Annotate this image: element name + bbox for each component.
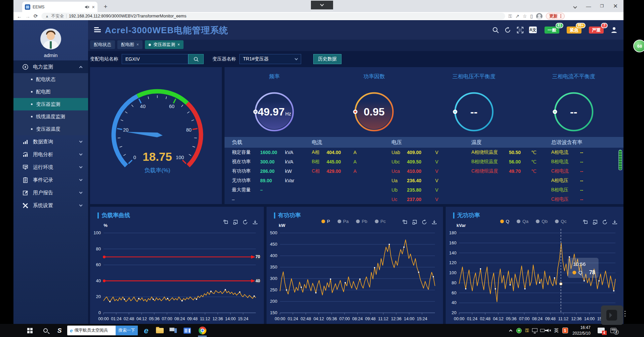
- refresh-icon[interactable]: [422, 220, 427, 225]
- app-with-badge-icon[interactable]: 4: [596, 324, 606, 337]
- sidebar-subitem-0-1[interactable]: 配电图: [13, 86, 88, 98]
- bookmark-star-icon[interactable]: ☆: [523, 13, 527, 19]
- tab-close-icon[interactable]: ×: [92, 4, 95, 9]
- user-icon[interactable]: [611, 27, 617, 33]
- zoom-restore-icon[interactable]: [583, 220, 588, 225]
- assistant-icon[interactable]: S: [54, 324, 65, 337]
- sidebar-subitem-0-0[interactable]: 配电状态: [13, 73, 88, 86]
- tray-expand-icon[interactable]: [507, 324, 514, 337]
- omnibox[interactable]: ▲ 不安全 192.168.204.112:8090/3000WEBV2/Tra…: [41, 13, 505, 19]
- table-scrollbar[interactable]: [618, 148, 622, 202]
- legend-item-Pc[interactable]: Pc: [375, 219, 386, 224]
- forward-icon[interactable]: →: [25, 13, 30, 19]
- mini-player-menu-icon[interactable]: [625, 309, 626, 318]
- sidebar-item-4[interactable]: 事件记录: [13, 174, 88, 186]
- refresh-icon[interactable]: [602, 220, 608, 225]
- legend-item-Q[interactable]: Q: [500, 219, 510, 224]
- refresh-icon[interactable]: [505, 27, 511, 33]
- notification-center-icon[interactable]: 2: [608, 324, 619, 337]
- tab-search-chevron[interactable]: [568, 3, 582, 9]
- download-icon[interactable]: [432, 220, 437, 225]
- recording-overlay-chevron[interactable]: [311, 1, 333, 9]
- sidebar-item-6[interactable]: 系统设置: [13, 199, 88, 212]
- side-panel-icon[interactable]: ▯: [530, 13, 533, 19]
- close-icon[interactable]: ×: [177, 42, 180, 47]
- chart-title: 有功功率: [274, 211, 301, 219]
- taskbar-search-box[interactable]: e 俄宇航员太空阅兵 搜索一下: [67, 324, 138, 337]
- alarm-badge-0[interactable]: 一般81: [545, 27, 559, 34]
- start-button[interactable]: [24, 324, 36, 337]
- back-icon[interactable]: ←: [17, 13, 22, 19]
- svg-text:160: 160: [449, 240, 456, 245]
- zoom-restore-icon[interactable]: [402, 220, 408, 225]
- new-tab-button[interactable]: +: [102, 3, 110, 11]
- history-data-button[interactable]: 历史数据: [313, 54, 341, 64]
- browser-menu-icon[interactable]: [560, 14, 561, 18]
- sidebar-item-2[interactable]: 用电分析: [13, 148, 88, 161]
- minimize-button[interactable]: —: [582, 3, 595, 9]
- devices-app-icon[interactable]: [167, 324, 179, 337]
- search-go-button[interactable]: 搜索一下: [116, 326, 138, 335]
- reload-icon[interactable]: ⟳: [34, 13, 38, 19]
- overlay-progress-badge[interactable]: 68: [633, 40, 644, 52]
- restore-button[interactable]: ❐: [595, 4, 609, 8]
- sogou-tray-icon[interactable]: S: [561, 324, 569, 337]
- media-app-icon[interactable]: [182, 324, 193, 337]
- password-key-icon[interactable]: ⚿: [509, 13, 512, 19]
- ie-taskbar-icon[interactable]: e: [140, 324, 152, 337]
- taskbar-clock[interactable]: 16:47 2022/5/10: [569, 324, 594, 337]
- sidebar-item-0[interactable]: 电力监测: [13, 60, 88, 73]
- sidebar-subitem-0-3[interactable]: 线缆温度监测: [13, 110, 88, 123]
- menu-toggle-icon[interactable]: [94, 27, 101, 33]
- chart-title: 负载率曲线: [97, 211, 130, 219]
- chrome-update-button[interactable]: 更新: [546, 13, 565, 19]
- view-tab-0[interactable]: 配电状态: [90, 40, 115, 49]
- restore-icon[interactable]: [412, 220, 417, 225]
- sidebar-subitem-0-4[interactable]: 变压器温度: [13, 123, 88, 135]
- legend-item-Qa[interactable]: Qa: [517, 219, 528, 224]
- windows-taskbar: S e 俄宇航员太空阅兵 搜索一下 e + ⚿ 英 S 16:47 2022/5…: [0, 324, 644, 337]
- profile-avatar[interactable]: [536, 13, 542, 19]
- sidebar-subitem-0-2[interactable]: 变压器监测: [13, 98, 88, 110]
- close-icon[interactable]: ×: [136, 42, 139, 47]
- antivirus-tray-icon[interactable]: +: [515, 324, 523, 337]
- table-cell: –: [225, 197, 304, 202]
- download-icon[interactable]: [252, 220, 258, 225]
- translate-icon[interactable]: A文: [529, 27, 537, 33]
- file-explorer-icon[interactable]: [154, 324, 165, 337]
- alarm-badge-2[interactable]: 严重7: [589, 27, 604, 34]
- tab-muted-icon[interactable]: [85, 5, 89, 9]
- volume-muted-icon[interactable]: [544, 324, 553, 337]
- fullscreen-icon[interactable]: [517, 27, 523, 33]
- chrome-taskbar-icon[interactable]: [196, 324, 209, 337]
- keys-tray-icon[interactable]: ⚿: [523, 324, 531, 337]
- sidebar-item-1[interactable]: 数据查询: [13, 135, 88, 148]
- station-input[interactable]: EGXIV: [122, 54, 188, 64]
- legend-item-P[interactable]: P: [321, 219, 330, 224]
- restore-icon[interactable]: [233, 220, 238, 225]
- browser-tab[interactable]: EEMS ×: [22, 2, 97, 12]
- legend-item-Pb[interactable]: Pb: [356, 219, 367, 224]
- legend-item-Pa[interactable]: Pa: [337, 219, 349, 224]
- search-icon[interactable]: [492, 27, 499, 33]
- legend-item-Qc[interactable]: Qc: [555, 219, 566, 224]
- mini-player-overlay[interactable]: [601, 305, 623, 325]
- view-tab-2[interactable]: 变压器监测×: [145, 40, 184, 49]
- close-button[interactable]: ✕: [609, 3, 622, 10]
- transformer-select[interactable]: TR1#变压器: [239, 54, 301, 64]
- download-icon[interactable]: [612, 220, 617, 225]
- ime-indicator[interactable]: 英: [553, 324, 560, 337]
- view-tab-1[interactable]: 配电图×: [117, 40, 143, 49]
- restore-icon[interactable]: [593, 220, 598, 225]
- taskbar-search-icon[interactable]: [40, 324, 51, 337]
- sidebar-item-5[interactable]: 用户报告: [13, 186, 88, 199]
- zoom-restore-icon[interactable]: [223, 220, 229, 225]
- user-avatar[interactable]: [40, 29, 61, 49]
- legend-item-Qb[interactable]: Qb: [536, 219, 548, 224]
- alarm-badge-1[interactable]: 紧急99+: [567, 27, 581, 34]
- network-tray-icon[interactable]: [530, 324, 539, 337]
- station-search-button[interactable]: [188, 54, 204, 64]
- sidebar-item-3[interactable]: 运行环境: [13, 161, 88, 174]
- share-icon[interactable]: ↗: [515, 13, 519, 19]
- refresh-icon[interactable]: [243, 220, 248, 225]
